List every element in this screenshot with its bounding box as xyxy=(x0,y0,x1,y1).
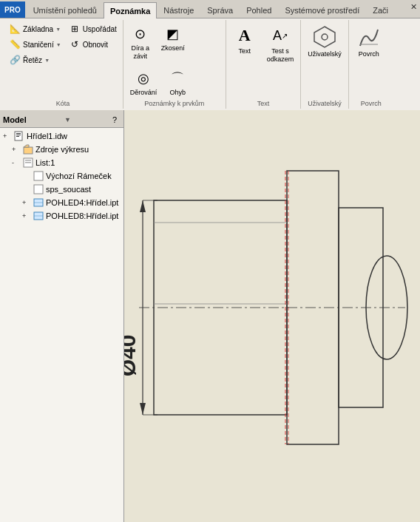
icon-pohled8 xyxy=(33,210,44,222)
sidebar-title: Model xyxy=(3,115,27,124)
sidebar-close-button[interactable]: ✕ xyxy=(408,1,419,12)
btn-usporadat[interactable]: ⊞ Uspořádat xyxy=(66,21,120,36)
btn-derovani[interactable]: ◎ Děrování xyxy=(126,66,161,99)
ribbon-group-text: A Text A↗ Test sodkazem Text xyxy=(226,20,302,109)
obnovit-icon: ↺ xyxy=(69,38,81,50)
btn-staniceni[interactable]: 📏 Staničení ▼ xyxy=(6,37,64,52)
ribbon-text-content: A Text A↗ Test sodkazem xyxy=(229,21,298,98)
tab-zaci[interactable]: Zači xyxy=(366,1,395,18)
btn-retez[interactable]: 🔗 Řetěz ▼ xyxy=(6,52,64,67)
svg-marker-28 xyxy=(140,403,146,415)
icon-zdroje xyxy=(22,143,34,155)
svg-point-1 xyxy=(322,34,328,40)
ribbon-kota-col1: 📐 Základna ▼ 📏 Staničení ▼ 🔗 Řetěz ▼ xyxy=(6,21,64,67)
sidebar-help-button[interactable]: ? xyxy=(109,114,121,126)
expander-list1: - xyxy=(12,159,21,166)
tree-item-zdroje[interactable]: + Zdroje výkresu xyxy=(1,143,122,156)
tree-item-pohled4[interactable]: + POHLED4:Hřídel.ipt xyxy=(1,196,122,209)
tree-item-list1[interactable]: - List:1 xyxy=(1,156,122,169)
ribbon-kota-content: 📐 Základna ▼ 📏 Staničení ▼ 🔗 Řetěz ▼ ⊞ xyxy=(6,21,120,98)
ribbon-povrch-content: Povrch xyxy=(352,21,390,98)
ribbon-tab-bar: PRO Umístění pohledů Poznámka Nástroje S… xyxy=(0,0,420,18)
retez-icon: 🔗 xyxy=(9,54,21,66)
retez-dropdown-icon: ▼ xyxy=(44,58,50,63)
ribbon-kota-col2: ⊞ Uspořádat ↺ Obnovit xyxy=(66,21,120,52)
svg-text:Ø40: Ø40 xyxy=(124,335,140,377)
ribbon-poznamky-content: ⊙ Díra azávit ◩ Zkosení ◎ Děrování ⌒ Ohy… xyxy=(126,21,223,98)
zakladna-icon: 📐 xyxy=(9,23,21,35)
uzivatelsky-icon xyxy=(311,24,338,50)
main-area: ✕ Model ▼ ? + Hřídel1.idw + Zdroje xyxy=(0,110,420,522)
icon-vychozi xyxy=(33,170,44,182)
povrch-group-label: Povrch xyxy=(352,98,390,107)
btn-ohyb[interactable]: ⌒ Ohyb xyxy=(163,66,192,99)
staniceni-icon: 📏 xyxy=(9,38,21,50)
btn-uzivatelsky[interactable]: Uživatelský xyxy=(304,21,345,61)
ribbon: 📐 Základna ▼ 📏 Staničení ▼ 🔗 Řetěz ▼ ⊞ xyxy=(0,18,420,110)
expander-vychozi xyxy=(22,172,31,180)
btn-text[interactable]: A Text xyxy=(229,21,260,58)
sidebar-icon-group: ? xyxy=(109,114,121,126)
usporadat-icon: ⊞ xyxy=(69,23,81,35)
text-icon: A xyxy=(233,24,257,47)
ribbon-group-povrch: Povrch Povrch xyxy=(349,20,393,109)
tab-pohled[interactable]: Pohled xyxy=(240,1,278,18)
tab-umisteni[interactable]: Umístění pohledů xyxy=(27,1,104,18)
svg-rect-4 xyxy=(16,133,21,134)
btn-zkoseni[interactable]: ◩ Zkosení xyxy=(158,21,189,55)
icon-list1 xyxy=(22,157,34,169)
povrch-icon xyxy=(356,24,382,50)
icon-hridel1 xyxy=(13,130,25,142)
svg-marker-0 xyxy=(314,27,335,47)
btn-obnovit[interactable]: ↺ Obnovit xyxy=(66,37,120,52)
btn-dira-zavit[interactable]: ⊙ Díra azávit xyxy=(126,21,155,63)
zkoseni-icon: ◩ xyxy=(163,24,183,44)
svg-rect-11 xyxy=(34,172,43,180)
poznamky-group-label: Poznámky k prvkům xyxy=(126,98,223,107)
btn-zakladna[interactable]: 📐 Základna ▼ xyxy=(6,21,64,36)
ribbon-group-kota: 📐 Základna ▼ 📏 Staničení ▼ 🔗 Řetěz ▼ ⊞ xyxy=(3,20,123,109)
ohyb-icon: ⌒ xyxy=(167,68,188,89)
ribbon-group-poznamky: ⊙ Díra azávit ◩ Zkosení ◎ Děrování ⌒ Ohy… xyxy=(123,20,226,109)
tree-item-vychozi[interactable]: Výchozí Rámeček xyxy=(1,169,122,183)
svg-rect-5 xyxy=(16,135,21,135)
svg-rect-9 xyxy=(25,160,31,161)
expander-pohled4: + xyxy=(22,199,31,206)
svg-rect-6 xyxy=(16,136,19,137)
expander-hridel1: + xyxy=(3,132,12,140)
tab-systemprostred[interactable]: Systémové prostředí xyxy=(278,1,366,18)
svg-rect-10 xyxy=(25,162,31,163)
sidebar-header: Model ▼ ? xyxy=(0,112,123,128)
btn-text-odkazem[interactable]: A↗ Test sodkazem xyxy=(263,21,298,66)
svg-marker-27 xyxy=(140,200,146,212)
drawing-canvas[interactable]: Ø40 xyxy=(124,110,420,522)
text-group-label: Text xyxy=(229,98,298,107)
expander-pohled8: + xyxy=(22,212,31,220)
icon-sps xyxy=(33,183,44,195)
model-tree: + Hřídel1.idw + Zdroje výkresu - List:1 xyxy=(0,128,123,522)
icon-pohled4 xyxy=(33,197,44,209)
kota-group-label: Kóta xyxy=(6,98,120,107)
tab-pro[interactable]: PRO xyxy=(0,1,25,18)
btn-povrch[interactable]: Povrch xyxy=(352,21,386,61)
zakladna-dropdown-icon: ▼ xyxy=(55,27,61,32)
svg-rect-7 xyxy=(24,147,33,154)
sidebar-dropdown-icon: ▼ xyxy=(64,116,71,123)
tree-item-pohled8[interactable]: + POHLED8:Hřídel.ipt xyxy=(1,209,122,223)
tree-item-sps[interactable]: sps_soucast xyxy=(1,183,122,196)
svg-rect-12 xyxy=(34,185,43,194)
ribbon-group-uzivatelsky: Uživatelský Uživatelský xyxy=(301,20,349,109)
staniceni-dropdown-icon: ▼ xyxy=(56,42,61,47)
sidebar: ✕ Model ▼ ? + Hřídel1.idw + Zdroje xyxy=(0,110,124,522)
expander-sps xyxy=(22,186,31,193)
tab-nastroje[interactable]: Nástroje xyxy=(157,1,200,18)
tab-poznamka[interactable]: Poznámka xyxy=(104,2,157,18)
text-odkazem-icon: A↗ xyxy=(268,24,292,47)
tab-sprava[interactable]: Správa xyxy=(200,1,240,18)
tree-item-hridel1idw[interactable]: + Hřídel1.idw xyxy=(1,129,122,143)
expander-zdroje: + xyxy=(12,146,21,153)
derovani-icon: ◎ xyxy=(133,68,154,89)
ribbon-uzivatelsky-content: Uživatelský xyxy=(304,21,345,98)
drawing-svg: Ø40 xyxy=(124,110,420,522)
uzivatelsky-group-label: Uživatelský xyxy=(304,98,345,107)
